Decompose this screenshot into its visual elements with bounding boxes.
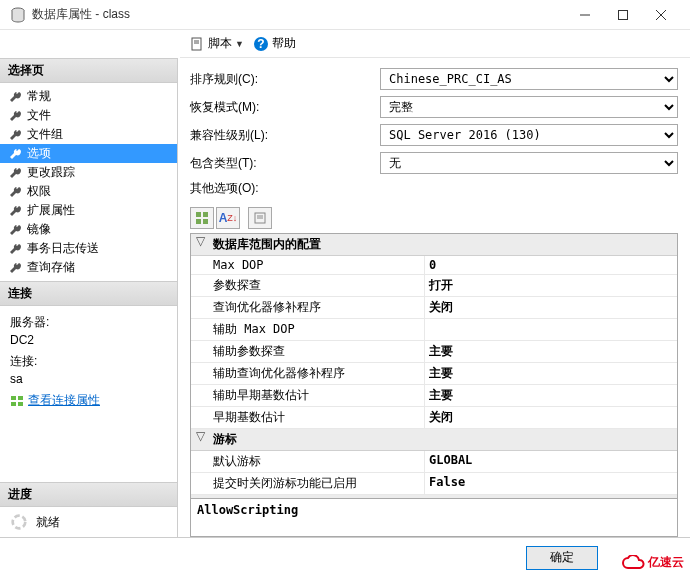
conn-value: sa <box>10 372 167 386</box>
property-view-toolbar: AZ↓ <box>190 207 678 229</box>
prop-value[interactable]: 打开 <box>425 275 677 296</box>
close-button[interactable] <box>642 0 680 30</box>
prop-name: Max DOP <box>191 256 425 274</box>
svg-rect-5 <box>192 38 201 50</box>
svg-rect-14 <box>203 212 208 217</box>
sidebar-item[interactable]: 文件 <box>0 106 177 125</box>
cloud-icon <box>622 555 646 571</box>
maximize-button[interactable] <box>604 0 642 30</box>
prop-value[interactable]: 0 <box>425 256 677 274</box>
server-value: DC2 <box>10 333 167 347</box>
sidebar-item-label: 文件 <box>27 107 51 124</box>
wrench-icon <box>8 242 22 256</box>
sidebar-item-label: 选项 <box>27 145 51 162</box>
sidebar-item-label: 文件组 <box>27 126 63 143</box>
prop-value[interactable]: GLOBAL <box>425 451 677 472</box>
prop-row[interactable]: 辅助早期基数估计主要 <box>191 385 677 407</box>
wrench-icon <box>8 185 22 199</box>
prop-row[interactable]: 提交时关闭游标功能已启用False <box>191 473 677 495</box>
categorized-view-button[interactable] <box>190 207 214 229</box>
prop-name: 参数探查 <box>191 275 425 296</box>
wrench-icon <box>8 223 22 237</box>
svg-rect-15 <box>196 219 201 224</box>
prop-value[interactable]: False <box>425 473 677 494</box>
sidebar-item-label: 镜像 <box>27 221 51 238</box>
properties-page-button[interactable] <box>248 207 272 229</box>
collapse-icon[interactable]: ▽ <box>191 429 209 450</box>
script-dropdown[interactable]: 脚本 ▼ <box>190 35 244 52</box>
wrench-icon <box>8 90 22 104</box>
help-button[interactable]: ? 帮助 <box>254 35 296 52</box>
ok-button[interactable]: 确定 <box>526 546 598 570</box>
prop-name: 早期基数估计 <box>191 407 425 428</box>
content-area: 排序规则(C): Chinese_PRC_CI_AS 恢复模式(M): 完整 兼… <box>178 58 690 537</box>
database-icon <box>10 7 26 23</box>
prop-value[interactable]: 主要 <box>425 341 677 362</box>
property-grid[interactable]: ▽数据库范围内的配置Max DOP0参数探查打开查询优化器修补程序关闭辅助 Ma… <box>190 233 678 499</box>
minimize-button[interactable] <box>566 0 604 30</box>
compat-label: 兼容性级别(L): <box>190 127 380 144</box>
prop-row[interactable]: 辅助 Max DOP <box>191 319 677 341</box>
collapse-icon[interactable]: ▽ <box>191 234 209 255</box>
svg-rect-11 <box>18 402 23 406</box>
svg-rect-16 <box>203 219 208 224</box>
wrench-icon <box>8 204 22 218</box>
window-title: 数据库属性 - class <box>32 6 566 23</box>
containment-label: 包含类型(T): <box>190 155 380 172</box>
prop-value[interactable]: 主要 <box>425 363 677 384</box>
prop-row[interactable]: 辅助查询优化器修补程序主要 <box>191 363 677 385</box>
prop-name: 辅助早期基数估计 <box>191 385 425 406</box>
collation-select[interactable]: Chinese_PRC_CI_AS <box>380 68 678 90</box>
script-icon <box>190 37 204 51</box>
prop-row[interactable]: 查询优化器修补程序关闭 <box>191 297 677 319</box>
prop-value[interactable]: 主要 <box>425 385 677 406</box>
prop-row[interactable]: 参数探查打开 <box>191 275 677 297</box>
recovery-select[interactable]: 完整 <box>380 96 678 118</box>
prop-category[interactable]: ▽游标 <box>191 429 677 451</box>
prop-name: 辅助 Max DOP <box>191 319 425 340</box>
chevron-down-icon: ▼ <box>235 39 244 49</box>
svg-rect-2 <box>619 10 628 19</box>
sidebar-item[interactable]: 选项 <box>0 144 177 163</box>
sidebar-item-label: 事务日志传送 <box>27 240 99 257</box>
wrench-icon <box>8 128 22 142</box>
containment-select[interactable]: 无 <box>380 152 678 174</box>
prop-value[interactable]: 关闭 <box>425 407 677 428</box>
progress-header: 进度 <box>0 482 177 507</box>
connection-header: 连接 <box>0 281 177 306</box>
sidebar-item-label: 更改跟踪 <box>27 164 75 181</box>
compat-select[interactable]: SQL Server 2016 (130) <box>380 124 678 146</box>
prop-name: 查询优化器修补程序 <box>191 297 425 318</box>
property-help-box: AllowScripting <box>190 499 678 537</box>
sidebar-item[interactable]: 文件组 <box>0 125 177 144</box>
alphabetical-view-button[interactable]: AZ↓ <box>216 207 240 229</box>
collation-label: 排序规则(C): <box>190 71 380 88</box>
dialog-footer: 确定 取消 <box>0 537 690 577</box>
prop-row[interactable]: 早期基数估计关闭 <box>191 407 677 429</box>
prop-row[interactable]: Max DOP0 <box>191 256 677 275</box>
sidebar-item[interactable]: 更改跟踪 <box>0 163 177 182</box>
select-page-header: 选择页 <box>0 58 177 83</box>
spinner-icon <box>10 513 28 531</box>
prop-value[interactable]: 关闭 <box>425 297 677 318</box>
svg-rect-8 <box>11 396 16 400</box>
sidebar-item-label: 权限 <box>27 183 51 200</box>
prop-category[interactable]: ▽数据库范围内的配置 <box>191 234 677 256</box>
toolbar: 脚本 ▼ ? 帮助 <box>180 30 690 58</box>
view-connection-props-link[interactable]: 查看连接属性 <box>10 392 167 409</box>
help-icon: ? <box>254 37 268 51</box>
svg-rect-13 <box>196 212 201 217</box>
prop-value[interactable] <box>425 319 677 340</box>
sidebar-item[interactable]: 事务日志传送 <box>0 239 177 258</box>
properties-icon <box>10 394 24 408</box>
conn-label: 连接: <box>10 353 167 370</box>
prop-name: 提交时关闭游标功能已启用 <box>191 473 425 494</box>
sidebar-item[interactable]: 权限 <box>0 182 177 201</box>
sidebar-item[interactable]: 常规 <box>0 87 177 106</box>
prop-row[interactable]: 辅助参数探查主要 <box>191 341 677 363</box>
sidebar-item[interactable]: 扩展属性 <box>0 201 177 220</box>
prop-row[interactable]: 默认游标GLOBAL <box>191 451 677 473</box>
wrench-icon <box>8 109 22 123</box>
sidebar-item[interactable]: 镜像 <box>0 220 177 239</box>
sidebar-item[interactable]: 查询存储 <box>0 258 177 277</box>
